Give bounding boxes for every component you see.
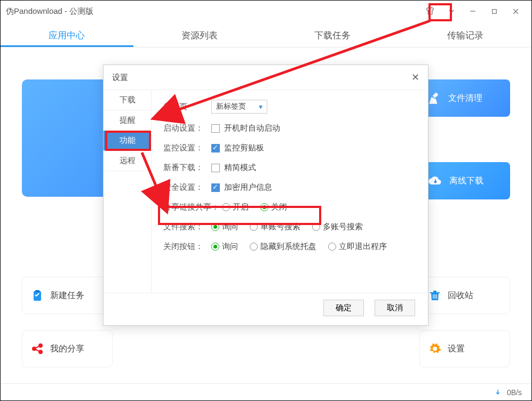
dlg-tab-remind[interactable]: 提醒 [104, 110, 151, 131]
svg-rect-3 [34, 291, 41, 301]
speed-text: 0B/s [507, 388, 522, 397]
opt-bangumi: 精简模式 [224, 163, 256, 173]
card-offline-download[interactable]: 离线下载 [419, 162, 510, 199]
svg-rect-4 [35, 290, 39, 292]
clipboard-icon [31, 289, 44, 302]
label-security: 安全设置： [163, 182, 211, 193]
broom-icon [428, 91, 442, 105]
opt-startup: 开机时自动启动 [224, 123, 280, 133]
label-monitor: 监控设置： [163, 143, 211, 153]
radio-fs-multi[interactable]: 多账号搜索 [312, 222, 363, 232]
dropdown-button[interactable] [441, 3, 462, 19]
card-my-share[interactable]: 我的分享 [22, 330, 113, 367]
label-startup: 启动设置： [163, 123, 211, 133]
card-label: 设置 [448, 343, 465, 355]
select-start-page[interactable]: 新标签页 ▾ [211, 100, 267, 114]
shirt-icon[interactable] [419, 3, 441, 19]
main-tabs: 应用中心 资源列表 下载任务 传输记录 [1, 22, 531, 47]
chk-bangumi[interactable] [211, 164, 220, 172]
radio-fs-ask[interactable]: 询问 [211, 222, 238, 232]
radio-cb-exit[interactable]: 立即退出程序 [328, 242, 387, 252]
label-closebtn: 关闭按钮： [163, 242, 211, 252]
svg-rect-5 [433, 291, 436, 292]
dialog-sidebar: 下载 提醒 功能 远程 [104, 90, 152, 293]
card-recycle[interactable]: 回收站 [419, 277, 510, 314]
dialog-header: 设置 ✕ [104, 65, 428, 90]
download-arrow-icon [494, 389, 502, 396]
card-new-task[interactable]: 新建任务 [22, 277, 113, 314]
card-file-clean[interactable]: 文件清理 [419, 79, 510, 117]
close-button[interactable] [505, 3, 526, 19]
chevron-down-icon: ▾ [259, 102, 263, 111]
dialog-close-button[interactable]: ✕ [411, 71, 419, 83]
share-icon [31, 342, 44, 355]
row-2: 新建任务 [22, 277, 113, 314]
card-label: 我的分享 [50, 343, 84, 355]
tab-download-tasks[interactable]: 下载任务 [266, 22, 399, 47]
titlebar: 伪Pandownload - 公测版 [1, 1, 531, 22]
card-settings[interactable]: 设置 [419, 330, 510, 367]
card-label: 文件清理 [448, 93, 482, 104]
window-title: 伪Pandownload - 公测版 [6, 6, 419, 17]
chk-startup[interactable] [211, 124, 220, 133]
card-label: 离线下载 [449, 175, 483, 187]
settings-dialog: 设置 ✕ 下载 提醒 功能 远程 起始页 新标签页 ▾ 启动设置： 开机时自动启… [103, 65, 428, 326]
label-share: 分享链接共享： [163, 202, 222, 212]
maximize-button[interactable] [483, 3, 505, 19]
chk-encrypt[interactable] [211, 183, 220, 192]
label-start-page: 起始页 [163, 102, 211, 112]
gear-icon [428, 342, 441, 355]
radio-cb-ask[interactable]: 询问 [211, 242, 238, 252]
card-label: 回收站 [448, 290, 473, 301]
label-filesearch: 文件搜索： [163, 222, 211, 232]
statusbar: 0B/s [1, 383, 531, 400]
opt-security: 加密用户信息 [224, 182, 272, 193]
tab-transfer-log[interactable]: 传输记录 [399, 22, 531, 47]
right-cards-top: 文件清理 离线下载 [419, 79, 510, 199]
dlg-tab-download[interactable]: 下载 [104, 90, 151, 110]
opt-monitor: 监控剪贴板 [224, 143, 264, 153]
trash-icon [428, 289, 441, 302]
chk-monitor-clipboard[interactable] [211, 144, 220, 153]
cancel-button[interactable]: 取消 [375, 300, 415, 316]
svg-rect-0 [492, 9, 496, 13]
dlg-tab-remote[interactable]: 远程 [104, 151, 151, 171]
card-label: 新建任务 [50, 290, 84, 301]
select-value: 新标签页 [216, 102, 246, 111]
radio-share-on[interactable]: 开启 [222, 202, 249, 212]
row-3: 我的分享 [22, 330, 113, 367]
minimize-button[interactable] [462, 3, 483, 19]
radio-share-off[interactable]: 关闭 [260, 202, 287, 212]
dialog-title: 设置 [112, 73, 128, 83]
ok-button[interactable]: 确定 [323, 300, 364, 316]
cloud-download-icon [428, 173, 443, 188]
label-bangumi: 新番下载： [163, 163, 211, 173]
dlg-tab-function[interactable]: 功能 [104, 131, 151, 151]
radio-fs-single[interactable]: 单账号搜索 [250, 222, 300, 232]
tab-resource-list[interactable]: 资源列表 [133, 22, 266, 47]
radio-cb-tray[interactable]: 隐藏到系统托盘 [250, 242, 316, 252]
tab-app-center[interactable]: 应用中心 [1, 22, 133, 47]
dialog-content: 起始页 新标签页 ▾ 启动设置： 开机时自动启动 监控设置： 监控剪贴板 新番下… [152, 90, 428, 293]
